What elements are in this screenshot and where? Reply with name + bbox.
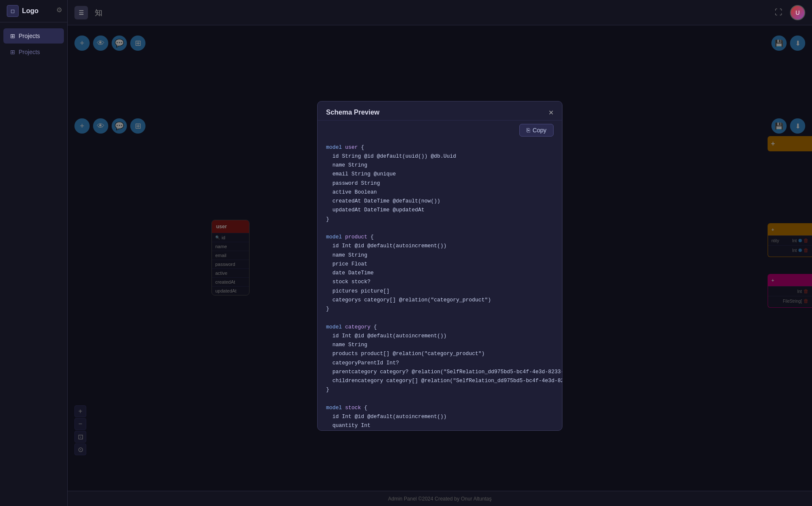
code-block: model user { id String @id @default(uuid… [326, 143, 554, 430]
main-content: + 👁 💬 ⊞ + 👁 💬 ⊞ [68, 25, 812, 506]
canvas-area: + 👁 💬 ⊞ + 👁 💬 ⊞ [68, 25, 812, 506]
logo-icon: ◻ [7, 5, 19, 17]
sidebar-nav: ⊞ Projects ⊞ Projects [0, 22, 67, 66]
topbar-left: ☰ 知 [74, 6, 104, 19]
fullscreen-icon: ⛶ [775, 8, 782, 16]
modal-overlay: Schema Preview × ⎘ Copy model user { id … [68, 25, 812, 506]
projects-icon: ⊞ [10, 33, 15, 39]
gear-icon[interactable]: ⚙ [56, 6, 62, 14]
list-icon-button[interactable]: ☰ [74, 6, 88, 19]
logo-text: Logo [22, 7, 38, 15]
list-icon: ☰ [79, 9, 84, 16]
footer: Admin Panel ©2024 Created by Onur Altunt… [68, 491, 812, 506]
avatar: U [790, 5, 805, 20]
projects-icon-2: ⊞ [10, 49, 15, 55]
copy-button[interactable]: ⎘ Copy [519, 124, 554, 137]
fullscreen-button[interactable]: ⛶ [772, 6, 785, 19]
copy-label: Copy [532, 127, 546, 134]
kanji-text: 知 [95, 8, 102, 17]
sidebar-item-label-2: Projects [19, 49, 40, 55]
kanji-button[interactable]: 知 [93, 8, 104, 18]
sidebar-item-projects-2[interactable]: ⊞ Projects [3, 44, 64, 60]
close-icon: × [549, 108, 554, 117]
copy-icon: ⎘ [527, 127, 530, 134]
modal-title: Schema Preview [326, 109, 379, 116]
sidebar-logo-area: ◻ Logo ⚙ [0, 0, 67, 22]
modal-actions: ⎘ Copy [318, 120, 562, 140]
footer-text: Admin Panel ©2024 Created by Onur Altunt… [388, 496, 492, 502]
modal-close-button[interactable]: × [549, 108, 554, 117]
schema-preview-modal: Schema Preview × ⎘ Copy model user { id … [317, 101, 562, 431]
modal-header: Schema Preview × [318, 101, 562, 120]
topbar: ☰ 知 ⛶ U [68, 0, 812, 25]
topbar-right: ⛶ U [772, 5, 805, 20]
sidebar: ◻ Logo ⚙ ⊞ Projects ⊞ Projects [0, 0, 68, 506]
sidebar-item-label: Projects [19, 33, 40, 39]
sidebar-item-projects[interactable]: ⊞ Projects [3, 28, 64, 44]
modal-body: model user { id String @id @default(uuid… [318, 140, 562, 430]
